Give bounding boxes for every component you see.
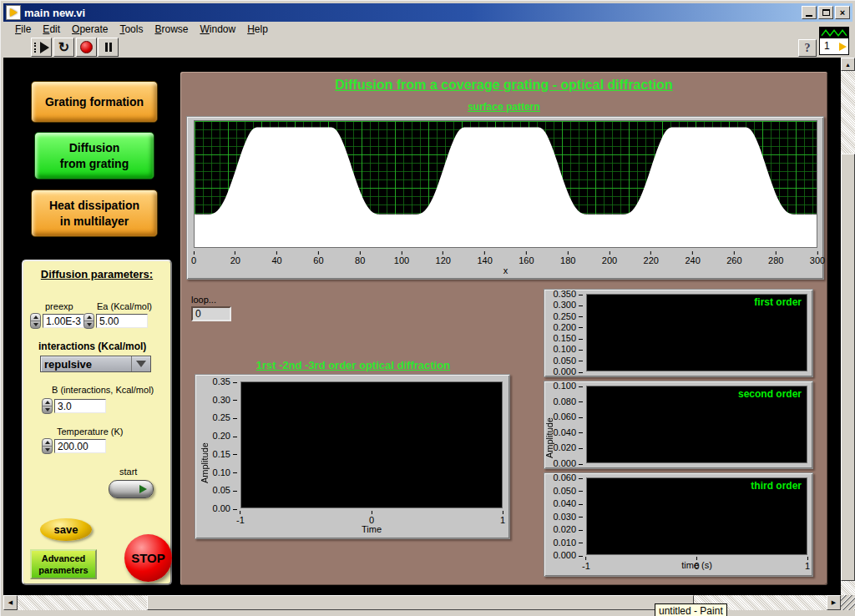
vertical-scrollbar[interactable]: ▲ ▼ — [841, 58, 855, 610]
y-tick-label: 0.150 — [553, 333, 583, 343]
y-tick-label: 0.050 — [553, 486, 583, 496]
ea-stepper[interactable] — [83, 313, 94, 329]
run-continuous-button[interactable]: ↻ — [53, 38, 74, 57]
interactions-dropdown[interactable]: repulsive — [40, 356, 151, 372]
save-button[interactable]: save — [40, 518, 92, 541]
interactions-label: interactions (Kcal/mol) — [38, 341, 146, 352]
stop-button[interactable]: STOP — [124, 534, 172, 582]
menu-item-browse[interactable]: Browse — [149, 23, 194, 36]
heat-dissipation-button[interactable]: Heat dissipation in multilayer — [31, 189, 158, 237]
menu-bar: FileEditOperateToolsBrowseWindowHelp — [3, 22, 852, 37]
y-tick-label: 0.35 — [213, 376, 237, 386]
pause-icon — [105, 43, 108, 52]
x-tick-label: 200 — [602, 251, 617, 265]
first-order-y-axis: 0.3500.3000.2500.2000.1500.1000.0500.000 — [551, 294, 583, 371]
b-stepper[interactable] — [42, 398, 53, 414]
advanced-parameters-button[interactable]: Advanced parameters — [30, 549, 97, 579]
x-tick-label: 100 — [394, 251, 409, 265]
chevron-down-icon — [131, 356, 150, 371]
surface-pattern-title: surface pattern — [180, 101, 827, 113]
first-order-graph: 0.3500.3000.2500.2000.1500.1000.0500.000… — [544, 289, 813, 377]
diffusion-parameters-panel: Diffusion parameters: preexp Ea (Kcal/mo… — [22, 260, 172, 585]
y-tick-label: 0.100 — [553, 344, 583, 354]
second-order-graph: Amplitude 0.1000.0800.0600.0400.0200.000… — [544, 381, 813, 469]
x-tick-label: 120 — [436, 251, 451, 265]
first-order-label: first order — [754, 296, 802, 308]
y-tick-label: 0.30 — [213, 395, 237, 405]
ea-field[interactable] — [96, 314, 148, 328]
grating-formation-button[interactable]: Grating formation — [31, 81, 158, 123]
scroll-left-button[interactable]: ◀ — [3, 595, 18, 610]
third-order-x-axis-label: time (s) — [586, 560, 807, 570]
surface-x-axis-label: x — [194, 265, 817, 275]
menu-item-operate[interactable]: Operate — [66, 23, 114, 36]
menu-item-edit[interactable]: Edit — [37, 23, 66, 36]
diffraction-plot — [240, 381, 503, 508]
x-tick-label: 20 — [230, 251, 240, 265]
scroll-right-button[interactable]: ▶ — [827, 595, 841, 610]
interactions-value: repulsive — [41, 358, 131, 371]
x-tick-label: 140 — [477, 251, 492, 265]
y-tick-label: 0.100 — [553, 381, 583, 391]
menu-item-help[interactable]: Help — [241, 23, 274, 36]
y-tick-label: 0.300 — [553, 300, 583, 310]
y-tick-label: 0.040 — [553, 427, 583, 437]
close-button[interactable]: × — [835, 6, 850, 19]
diffraction-graph-title: 1rst -2nd -3rd order optical diffraction — [195, 359, 512, 371]
start-label: start — [119, 467, 137, 477]
surface-curve — [195, 121, 817, 247]
preexp-field[interactable] — [43, 314, 84, 328]
y-tick-label: 0.25 — [213, 412, 237, 422]
temperature-stepper[interactable] — [42, 438, 53, 454]
vertical-scrollbar-thumb[interactable] — [841, 154, 855, 581]
minimize-button[interactable] — [802, 6, 817, 19]
menu-item-tools[interactable]: Tools — [114, 23, 149, 36]
menu-item-file[interactable]: File — [9, 23, 37, 36]
abort-button[interactable] — [76, 38, 97, 57]
help-button[interactable]: ? — [798, 39, 817, 57]
menu-item-window[interactable]: Window — [194, 23, 241, 36]
run-continuous-icon: ↻ — [58, 41, 69, 54]
toolbar: ↻ ? 1 — [3, 37, 852, 58]
second-order-plot: second order — [586, 386, 807, 463]
resize-grip[interactable] — [841, 595, 855, 610]
maximize-button[interactable] — [818, 6, 833, 19]
y-tick-label: 0.15 — [213, 449, 237, 459]
x-tick-label: 240 — [685, 251, 700, 265]
labview-app-icon — [6, 5, 21, 20]
pause-button[interactable] — [98, 38, 119, 57]
vi-icon-pane[interactable]: 1 — [819, 27, 849, 55]
titlebar: main new.vi × — [3, 3, 852, 22]
y-tick-label: 0.200 — [553, 322, 583, 332]
start-switch[interactable] — [109, 480, 154, 498]
diffraction-x-axis-label: Time — [240, 524, 503, 534]
b-field[interactable] — [54, 399, 106, 413]
front-panel: Grating formation Diffusion from grating… — [3, 58, 841, 595]
diffraction-y-axis: 0.350.300.250.200.150.100.050.00 — [212, 381, 237, 508]
y-tick-label: 0.080 — [553, 396, 583, 406]
pause-icon-bar — [109, 43, 112, 52]
run-button[interactable] — [31, 38, 52, 57]
page-title: Diffusion from a coverage grating - opti… — [180, 78, 827, 93]
preexp-stepper[interactable] — [30, 313, 41, 329]
second-order-y-axis: 0.1000.0800.0600.0400.0200.000 — [553, 386, 583, 463]
y-tick-label: 0.10 — [213, 467, 237, 477]
run-arrow-icon — [40, 42, 49, 53]
y-tick-label: 0.020 — [553, 524, 583, 534]
x-tick-label: 0 — [191, 251, 196, 265]
scroll-up-button[interactable]: ▲ — [841, 58, 855, 71]
diffraction-x-axis: -101 — [240, 511, 503, 524]
temperature-field[interactable] — [54, 439, 106, 453]
y-tick-label: 0.020 — [553, 442, 583, 452]
y-tick-label: 0.00 — [213, 503, 237, 513]
main-panel: Diffusion from a coverage grating - opti… — [180, 72, 827, 585]
x-tick-label: 1 — [500, 511, 505, 525]
surface-pattern-graph: 0204060801001201401601802002202402602803… — [186, 116, 824, 280]
temperature-label: Temperature (K) — [57, 427, 123, 437]
diffusion-from-grating-button[interactable]: Diffusion from grating — [34, 132, 154, 179]
horizontal-scrollbar-thumb[interactable] — [147, 595, 694, 610]
diffraction-y-axis-label: Amplitude — [200, 408, 210, 483]
taskbar-tooltip: untitled - Paint — [655, 603, 727, 616]
b-interactions-label: B (interactions, Kcal/mol) — [52, 385, 154, 395]
abort-icon — [80, 41, 93, 53]
